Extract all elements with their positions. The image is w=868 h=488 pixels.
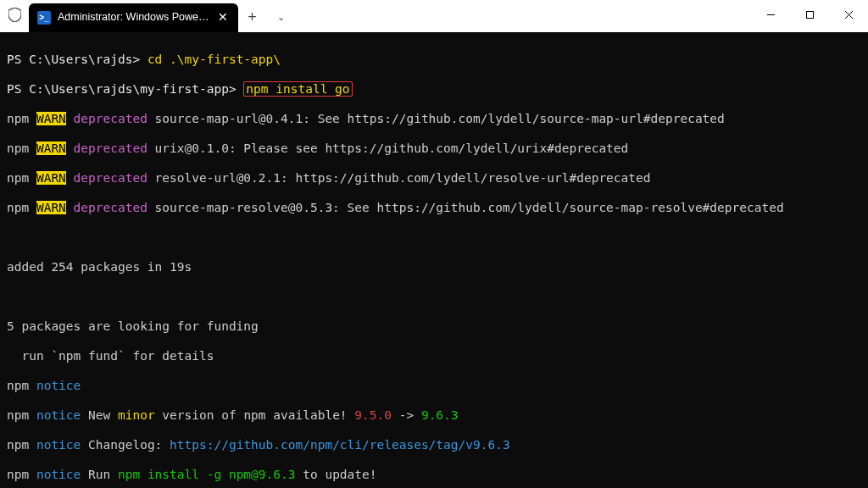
- npm-notice-line: npm notice New minor version of npm avai…: [7, 408, 861, 424]
- npm-notice-line: npm notice Changelog: https://github.com…: [7, 438, 861, 453]
- npm-warn-line: npm WARN deprecated source-map-url@0.4.1…: [7, 112, 861, 127]
- npm-warn-line: npm WARN deprecated resolve-url@0.2.1: h…: [7, 171, 861, 186]
- shield-icon: [0, 0, 29, 29]
- terminal-output[interactable]: PS C:\Users\rajds> cd .\my-first-app\ PS…: [0, 32, 868, 488]
- powershell-icon: >_: [37, 11, 51, 25]
- output-line: 5 packages are looking for funding: [7, 319, 861, 335]
- window-titlebar: >_ Administrator: Windows Powe… ✕ + ⌄: [0, 0, 868, 32]
- output-line: run `npm fund` for details: [7, 349, 861, 364]
- prompt-line: PS C:\Users\rajds\my-first-app> npm inst…: [7, 82, 861, 97]
- highlight-npm-install: npm install go: [243, 81, 352, 97]
- maximize-button[interactable]: [790, 0, 829, 29]
- npm-notice-line: npm notice: [7, 379, 861, 394]
- svg-rect-1: [806, 11, 813, 18]
- tab-dropdown-button[interactable]: ⌄: [267, 3, 296, 32]
- npm-warn-line: npm WARN deprecated urix@0.1.0: Please s…: [7, 141, 861, 157]
- close-window-button[interactable]: [829, 0, 868, 29]
- tab-title: Administrator: Windows Powe…: [58, 10, 209, 25]
- output-line: added 254 packages in 19s: [7, 260, 861, 275]
- blank-line: [7, 230, 861, 246]
- active-tab[interactable]: >_ Administrator: Windows Powe… ✕: [29, 3, 238, 32]
- window-controls: [751, 0, 868, 29]
- new-tab-button[interactable]: +: [238, 3, 267, 32]
- npm-warn-line: npm WARN deprecated source-map-resolve@0…: [7, 201, 861, 216]
- blank-line: [7, 290, 861, 305]
- npm-notice-line: npm notice Run npm install -g npm@9.6.3 …: [7, 468, 861, 483]
- close-tab-icon[interactable]: ✕: [216, 11, 230, 25]
- prompt-line: PS C:\Users\rajds> cd .\my-first-app\: [7, 53, 861, 68]
- minimize-button[interactable]: [751, 0, 790, 29]
